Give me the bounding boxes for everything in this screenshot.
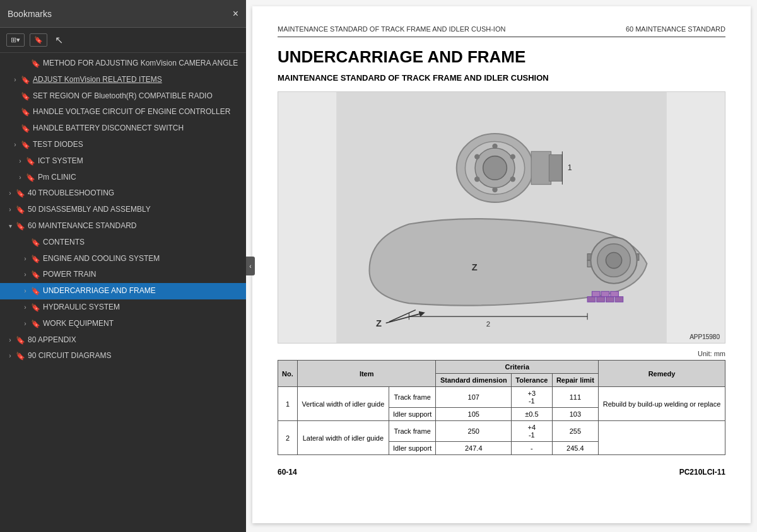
cell-repair: 111 xyxy=(552,387,598,408)
unit-label: Unit: mm xyxy=(278,350,725,357)
svg-point-6 xyxy=(510,154,515,159)
bookmark-item-test-diodes[interactable]: › 🔖 TEST DIODES xyxy=(0,137,246,153)
expand-icon: › xyxy=(20,270,30,279)
bookmark-flag-icon: 🔖 xyxy=(30,319,40,330)
view-icon: ⊞▾ xyxy=(11,36,20,44)
cell-no: 2 xyxy=(278,421,298,455)
bookmark-icon: 🔖 xyxy=(34,36,43,44)
table-row: 2 Lateral width of idler guide Track fra… xyxy=(278,421,725,442)
footer-left: 60-14 xyxy=(278,468,297,477)
bookmark-label: 40 TROUBLESHOOTING xyxy=(25,188,241,199)
bookmark-label: 80 APPENDIX xyxy=(25,335,241,345)
svg-rect-12 xyxy=(549,155,562,182)
bookmark-item-hydraulic-system[interactable]: › 🔖 HYDRAULIC SYSTEM xyxy=(0,299,246,316)
cell-remedy xyxy=(599,421,725,455)
bookmark-item-contents[interactable]: 🔖 CONTENTS xyxy=(0,234,246,251)
bookmark-flag-icon: 🔖 xyxy=(30,286,40,297)
page-content: MAINTENANCE STANDARD OF TRACK FRAME AND … xyxy=(252,6,751,523)
bookmark-item-power-train[interactable]: › 🔖 POWER TRAIN xyxy=(0,267,246,283)
footer-right: PC210LCI-11 xyxy=(679,468,725,477)
bookmark-label: HYDRAULIC SYSTEM xyxy=(40,302,241,313)
cell-repair: 255 xyxy=(552,421,598,442)
bookmark-label: SET REGION OF Bluetooth(R) COMPATIBLE RA… xyxy=(30,91,241,101)
cell-std: 105 xyxy=(436,408,512,421)
bookmark-flag-icon: 🔖 xyxy=(30,59,40,69)
bookmark-item-adjust-komvision[interactable]: › 🔖 ADJUST KomVision RELATED ITEMS xyxy=(0,72,246,88)
page-section-title: MAINTENANCE STANDARD OF TRACK FRAME AND … xyxy=(278,73,725,83)
bookmark-item-set-region[interactable]: 🔖 SET REGION OF Bluetooth(R) COMPATIBLE … xyxy=(0,88,246,105)
col-no-header: No. xyxy=(278,361,298,387)
sidebar-title: Bookmarks xyxy=(8,9,52,19)
bookmark-item-pm-clinic[interactable]: › 🔖 Pm CLINIC xyxy=(0,170,246,186)
svg-rect-32 xyxy=(611,291,619,296)
header-right-text: 60 MAINTENANCE STANDARD xyxy=(626,25,725,33)
cell-part: Track frame xyxy=(389,421,436,442)
sidebar-toolbar: ⊞▾ 🔖 ↖ xyxy=(0,28,246,53)
cell-tol: ±0.5 xyxy=(512,408,553,421)
bookmark-item-handle-battery[interactable]: 🔖 HANDLE BATTERY DISCONNECT SWITCH xyxy=(0,120,246,137)
svg-rect-31 xyxy=(601,291,609,296)
svg-point-9 xyxy=(474,176,479,182)
cell-repair: 103 xyxy=(552,408,598,421)
diagram-svg: 1 xyxy=(278,92,725,343)
bookmark-flag-icon: 🔖 xyxy=(30,303,40,313)
bookmark-tree: 🔖 METHOD FOR ADJUSTING KomVision CAMERA … xyxy=(0,53,246,532)
page-footer: 60-14 PC210LCI-11 xyxy=(278,468,725,477)
cell-remedy: Rebuild by build-up welding or replace xyxy=(599,387,725,421)
svg-text:2: 2 xyxy=(486,320,490,328)
bookmark-item-work-equipment[interactable]: › 🔖 WORK EQUIPMENT xyxy=(0,316,246,332)
cell-part: Idler support xyxy=(389,442,436,455)
view-toggle-button[interactable]: ⊞▾ xyxy=(6,33,25,47)
svg-point-10 xyxy=(474,154,479,159)
cell-part: Idler support xyxy=(389,408,436,421)
bookmark-label: 90 CIRCUIT DIAGRAMS xyxy=(25,350,241,361)
table-row: 1 Vertical width of idler guide Track fr… xyxy=(278,387,725,408)
col-std-header: Standard dimension xyxy=(436,374,512,387)
bookmark-item-handle-voltage[interactable]: 🔖 HANDLE VOLTAGE CIRCUIT OF ENGINE CONTR… xyxy=(0,104,246,120)
bookmark-flag-icon: 🔖 xyxy=(30,270,40,280)
bookmark-flag-icon: 🔖 xyxy=(15,221,25,232)
bookmark-item-80-appendix[interactable]: › 🔖 80 APPENDIX xyxy=(0,332,246,349)
close-button[interactable]: × xyxy=(233,8,238,20)
bookmark-item-60-maintenance[interactable]: ▾ 🔖 60 MAINTENANCE STANDARD xyxy=(0,218,246,234)
bookmark-item-50-disassembly[interactable]: › 🔖 50 DISASSEMBLY AND ASSEMBLY xyxy=(0,202,246,218)
bookmark-flag-icon: 🔖 xyxy=(20,124,30,134)
svg-point-25 xyxy=(606,253,621,269)
svg-rect-11 xyxy=(531,151,551,184)
col-remedy-header: Remedy xyxy=(599,361,725,387)
bookmark-label: ENGINE AND COOLING SYSTEM xyxy=(40,253,241,264)
bookmark-label: METHOD FOR ADJUSTING KomVision CAMERA AN… xyxy=(40,58,241,69)
bookmark-item-40-troubleshooting[interactable]: › 🔖 40 TROUBLESHOOTING xyxy=(0,185,246,202)
sidebar: Bookmarks × ⊞▾ 🔖 ↖ 🔖 METHOD FOR ADJUSTIN… xyxy=(0,0,246,532)
bookmark-label: ICT SYSTEM xyxy=(35,156,241,166)
bookmark-item-engine-cooling[interactable]: › 🔖 ENGINE AND COOLING SYSTEM xyxy=(0,251,246,267)
bookmark-item-ict-system[interactable]: › 🔖 ICT SYSTEM xyxy=(0,153,246,170)
col-criteria-header: Criteria xyxy=(436,361,599,374)
bookmark-label: 60 MAINTENANCE STANDARD xyxy=(25,221,241,231)
expand-icon: ▾ xyxy=(5,222,15,231)
bookmark-view-button[interactable]: 🔖 xyxy=(30,33,47,47)
bookmark-item-undercarriage-frame[interactable]: › 🔖 UNDERCARRIAGE AND FRAME xyxy=(0,283,246,299)
bookmark-flag-icon: 🔖 xyxy=(20,75,30,86)
cursor-icon: ↖ xyxy=(55,34,63,46)
sidebar-collapse-button[interactable]: ‹ xyxy=(246,257,255,275)
expand-icon: › xyxy=(15,157,25,166)
bookmark-label: Pm CLINIC xyxy=(35,172,241,183)
bookmark-label: TEST DIODES xyxy=(30,139,241,150)
bookmark-label: POWER TRAIN xyxy=(40,269,241,280)
bookmark-flag-icon: 🔖 xyxy=(15,335,25,346)
bookmark-flag-icon: 🔖 xyxy=(30,238,40,248)
cell-no: 1 xyxy=(278,387,298,421)
expand-icon: › xyxy=(5,352,15,361)
bookmark-item-method-adjusting[interactable]: 🔖 METHOD FOR ADJUSTING KomVision CAMERA … xyxy=(0,55,246,72)
expand-icon: › xyxy=(5,336,15,345)
svg-text:1: 1 xyxy=(568,163,572,172)
bookmark-item-90-circuit[interactable]: › 🔖 90 CIRCUIT DIAGRAMS xyxy=(0,348,246,364)
table-header-row-1: No. Item Criteria Remedy xyxy=(278,361,725,374)
svg-rect-30 xyxy=(592,291,600,296)
bookmark-label: CONTENTS xyxy=(40,237,241,248)
svg-text:Z: Z xyxy=(376,318,382,328)
cell-tol: +4-1 xyxy=(512,421,553,442)
bookmark-flag-icon: 🔖 xyxy=(25,156,35,167)
cell-repair: 245.4 xyxy=(552,442,598,455)
